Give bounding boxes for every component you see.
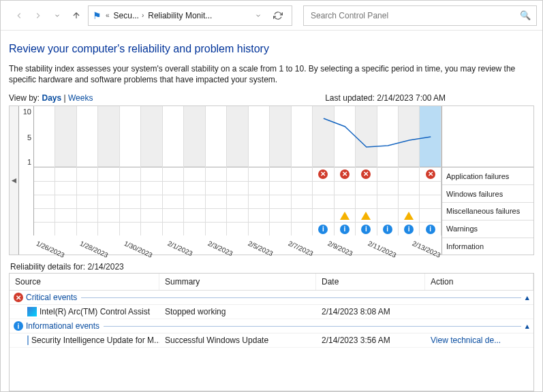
info-icon: i <box>361 225 371 234</box>
chart-column[interactable]: ✕i <box>335 106 356 235</box>
info-icon: i <box>340 225 350 234</box>
recent-dropdown[interactable] <box>50 8 65 23</box>
chart-column[interactable]: ✕i <box>313 106 334 235</box>
history-chevron-icon[interactable]: « <box>104 12 111 19</box>
address-dropdown[interactable] <box>251 8 266 23</box>
chart-column[interactable]: i <box>399 106 420 235</box>
search-box[interactable]: 🔍 <box>303 5 537 26</box>
cell-source: Intel(R) Arc(TM) Control Assist <box>40 307 150 316</box>
action-link[interactable]: View technical de... <box>431 336 501 345</box>
cell-action: View technical de... <box>425 336 533 345</box>
chart-column[interactable] <box>270 106 291 235</box>
warning-icon <box>340 212 350 220</box>
page-description: The stability index assesses your system… <box>9 63 534 85</box>
cell-date: 2/14/2023 3:56 AM <box>316 336 425 345</box>
collapse-icon[interactable]: ▴ <box>525 293 529 302</box>
error-icon: ✕ <box>318 169 328 179</box>
toolbar: ⚑ « Secu...› Reliability Monit... 🔍 <box>1 1 542 31</box>
flag-icon: ⚑ <box>93 10 102 21</box>
info-icon: i <box>14 321 23 331</box>
col-action[interactable]: Action <box>425 274 533 290</box>
table-row[interactable]: Security Intelligence Update for M...Suc… <box>10 333 533 348</box>
up-button[interactable] <box>69 8 84 23</box>
chart-column[interactable] <box>249 106 270 235</box>
cell-source: Security Intelligence Update for M... <box>31 336 159 345</box>
app-icon <box>27 307 37 316</box>
chart-column[interactable]: ✕i <box>420 106 441 235</box>
error-icon: ✕ <box>14 293 23 302</box>
chart-column[interactable] <box>141 106 162 235</box>
error-icon: ✕ <box>361 169 371 179</box>
back-button[interactable] <box>12 8 27 23</box>
breadcrumb-segment[interactable]: Reliability Monit... <box>148 11 212 20</box>
col-date[interactable]: Date <box>316 274 425 290</box>
search-input[interactable] <box>309 10 520 21</box>
legend-row: Windows failures <box>442 185 533 203</box>
view-row: View by: Days | Weeks Last updated: 2/14… <box>9 93 534 103</box>
chart-column[interactable]: i <box>377 106 399 235</box>
chart-column[interactable] <box>34 106 55 235</box>
col-source[interactable]: Source <box>10 274 159 290</box>
chart-column[interactable] <box>120 106 141 235</box>
view-weeks-link[interactable]: Weeks <box>68 93 93 103</box>
group-header[interactable]: iInformational events▴ <box>10 319 533 333</box>
table-header: Source Summary Date Action <box>10 274 533 291</box>
chart-column[interactable]: ✕i <box>356 106 377 235</box>
cell-summary: Stopped working <box>159 307 316 316</box>
chart-column[interactable] <box>77 106 98 235</box>
chart-column[interactable] <box>292 106 313 235</box>
group-name: Critical events <box>26 293 77 302</box>
legend-row: Warnings <box>442 220 533 238</box>
stability-chart: ◄ 10 5 1 ✕i✕i✕iii✕i 1/26/20231/28/20231/… <box>9 105 534 255</box>
content-area: Review your computer's reliability and p… <box>1 31 542 391</box>
reliability-monitor-window: ⚑ « Secu...› Reliability Monit... 🔍 Revi… <box>0 0 543 392</box>
collapse-icon[interactable]: ▴ <box>525 322 529 331</box>
breadcrumb-text: Reliability Monit... <box>148 11 212 20</box>
error-icon: ✕ <box>426 169 435 179</box>
chart-column[interactable] <box>55 106 76 235</box>
last-updated: Last updated: 2/14/2023 7:00 AM <box>325 93 446 103</box>
refresh-button[interactable] <box>268 6 288 25</box>
y-axis: 10 5 1 <box>19 106 34 235</box>
warning-icon <box>361 212 371 220</box>
cell-date: 2/14/2023 8:08 AM <box>316 307 425 316</box>
chart-legend: Application failuresWindows failuresMisc… <box>441 106 533 255</box>
chart-column[interactable] <box>227 106 248 235</box>
chevron-right-icon: › <box>140 12 145 19</box>
scroll-left-button[interactable]: ◄ <box>10 106 19 255</box>
group-name: Informational events <box>26 321 99 331</box>
cell-summary: Successful Windows Update <box>159 336 316 345</box>
legend-row: Information <box>442 238 533 255</box>
search-icon[interactable]: 🔍 <box>520 10 531 20</box>
forward-button[interactable] <box>31 8 46 23</box>
chart-columns: ✕i✕i✕iii✕i <box>34 106 441 235</box>
chart-column[interactable] <box>98 106 119 235</box>
info-icon: i <box>318 225 328 234</box>
legend-row: Miscellaneous failures <box>442 203 533 220</box>
address-bar[interactable]: ⚑ « Secu...› Reliability Monit... <box>88 5 292 26</box>
info-icon: i <box>383 225 392 234</box>
error-icon: ✕ <box>340 169 350 179</box>
app-icon <box>27 336 29 345</box>
col-summary[interactable]: Summary <box>159 274 316 290</box>
chart-column[interactable] <box>184 106 205 235</box>
group-header[interactable]: ✕Critical events▴ <box>10 291 533 305</box>
warning-icon <box>404 212 414 220</box>
details-table: Source Summary Date Action ✕Critical eve… <box>9 273 534 391</box>
page-title: Review your computer's reliability and p… <box>9 43 534 55</box>
table-row[interactable]: Intel(R) Arc(TM) Control AssistStopped w… <box>10 305 533 319</box>
cell-action <box>425 307 533 316</box>
legend-row: Application failures <box>442 167 533 185</box>
info-icon: i <box>404 225 414 234</box>
breadcrumb-segment[interactable]: Secu...› <box>114 11 146 20</box>
x-axis-labels: 1/26/20231/28/20231/30/20232/1/20232/3/2… <box>19 235 441 255</box>
table-body: ✕Critical events▴Intel(R) Arc(TM) Contro… <box>10 291 533 348</box>
info-icon: i <box>426 225 435 234</box>
chart-column[interactable] <box>163 106 184 235</box>
breadcrumb-text: Secu... <box>114 11 139 20</box>
chart-column[interactable] <box>206 106 227 235</box>
view-days-link[interactable]: Days <box>42 93 61 103</box>
view-by-label: View by: <box>9 93 40 103</box>
